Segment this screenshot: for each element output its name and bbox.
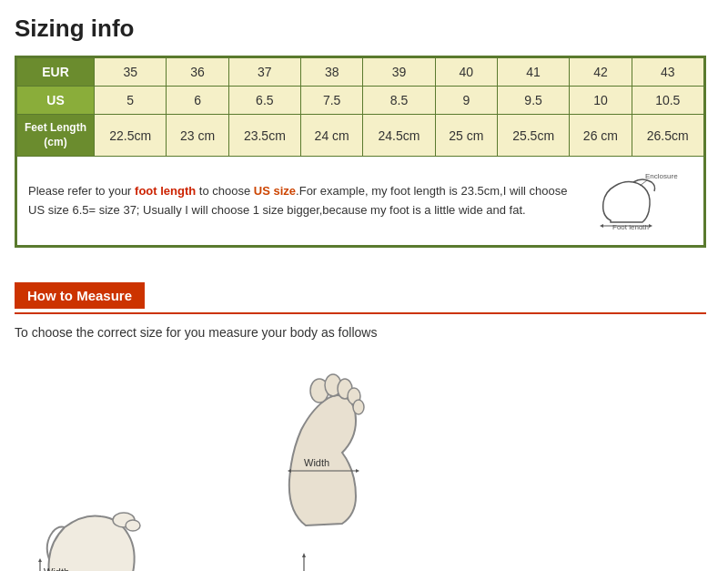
foot-side-diagram: Width Heel to Toe: [33, 473, 215, 571]
sizing-table: EUR 35 36 37 38 39 40 41 42 43 US 5 6 6.…: [16, 57, 704, 157]
heel-toe-arrow-svg: [295, 544, 313, 571]
svg-text:Width: Width: [44, 566, 69, 571]
feet-23: 23 cm: [167, 115, 228, 157]
us-6: 6: [167, 87, 228, 115]
feet-25-5: 25.5cm: [497, 115, 569, 157]
eur-38: 38: [301, 58, 363, 87]
foot-side-svg: Width Heel to Toe: [33, 473, 215, 571]
svg-marker-1: [600, 224, 603, 228]
eur-37: 37: [228, 58, 300, 87]
svg-marker-9: [38, 558, 42, 562]
eur-40: 40: [435, 58, 497, 87]
us-9-5: 9.5: [497, 87, 569, 115]
how-to-measure-section: How to Measure To choose the correct siz…: [15, 270, 713, 340]
foot-top-svg: Width: [269, 362, 397, 544]
us-10-5: 10.5: [632, 87, 704, 115]
red-divider: [15, 312, 706, 314]
svg-line-5: [640, 180, 647, 186]
table-row-us: US 5 6 6.5 7.5 8.5 9 9.5 10 10.5: [17, 87, 704, 115]
eur-35: 35: [95, 58, 167, 87]
sizing-note: Please refer to your foot length to choo…: [16, 157, 704, 246]
table-row-eur: EUR 35 36 37 38 39 40 41 42 43: [17, 58, 704, 87]
svg-marker-23: [356, 469, 359, 473]
sizing-table-wrapper: EUR 35 36 37 38 39 40 41 42 43 US 5 6 6.…: [15, 56, 706, 248]
eur-39: 39: [363, 58, 435, 87]
foot-side-diagram-small: Foot length Enclosure: [583, 166, 693, 236]
svg-marker-2: [649, 224, 652, 228]
feet-26-5: 26.5cm: [632, 115, 704, 157]
feet-25: 25 cm: [435, 115, 497, 157]
eur-42: 42: [570, 58, 632, 87]
us-9: 9: [435, 87, 497, 115]
how-to-measure-banner: How to Measure: [15, 282, 145, 309]
eur-label: EUR: [17, 58, 95, 87]
foot-top-diagram: Width Heel to Toe: [269, 362, 397, 571]
feet-23-5: 23.5cm: [228, 115, 300, 157]
svg-marker-26: [302, 553, 306, 557]
feet-24-5: 24.5cm: [363, 115, 435, 157]
us-8-5: 8.5: [363, 87, 435, 115]
us-10: 10: [570, 87, 632, 115]
feet-26: 26 cm: [570, 115, 632, 157]
us-7-5: 7.5: [301, 87, 363, 115]
feet-22-5: 22.5cm: [95, 115, 167, 157]
eur-43: 43: [632, 58, 704, 87]
table-row-feet: Feet Length(cm) 22.5cm 23 cm 23.5cm 24 c…: [17, 115, 704, 157]
sizing-note-text: Please refer to your foot length to choo…: [28, 182, 583, 220]
foot-small-svg: Foot length Enclosure: [592, 166, 693, 229]
heel-to-toe-label: Heel to Toe: [295, 544, 380, 571]
svg-text:Foot length: Foot length: [612, 223, 649, 229]
eur-41: 41: [497, 58, 569, 87]
feet-24: 24 cm: [301, 115, 363, 157]
us-6-5: 6.5: [228, 87, 300, 115]
feet-label: Feet Length(cm): [17, 115, 95, 157]
svg-point-7: [126, 520, 140, 531]
svg-text:Enclosure: Enclosure: [645, 172, 678, 180]
svg-text:Width: Width: [304, 457, 329, 468]
svg-point-20: [353, 400, 364, 414]
page-title: Sizing info: [15, 15, 713, 43]
us-5: 5: [95, 87, 167, 115]
foot-diagrams: Width Heel to Toe Width: [15, 362, 713, 571]
how-to-desc: To choose the correct size for you measu…: [15, 325, 713, 340]
eur-36: 36: [167, 58, 228, 87]
us-label: US: [17, 87, 95, 115]
